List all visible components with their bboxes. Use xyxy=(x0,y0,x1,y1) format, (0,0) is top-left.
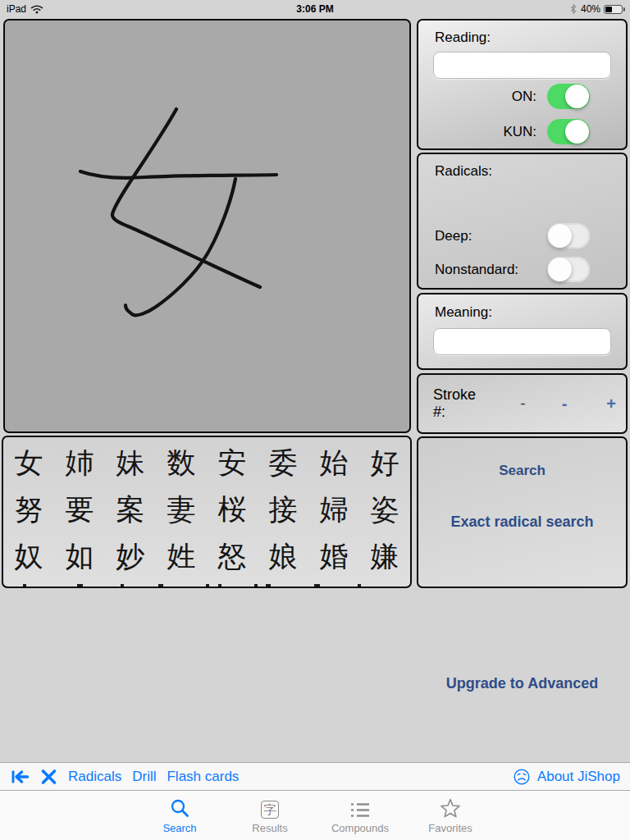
meaning-input[interactable] xyxy=(433,328,611,355)
kanji-row: 奴 如 妙 姓 怒 娘 婚 嫌 xyxy=(3,533,410,580)
tab-bar: Search 字 Results Compounds xyxy=(0,790,630,840)
undo-stroke-icon[interactable] xyxy=(10,769,30,785)
kanji-candidate[interactable]: 女 xyxy=(3,444,54,482)
radicals-link[interactable]: Radicals xyxy=(68,769,121,785)
kanji-candidate[interactable]: 妙 xyxy=(105,537,156,576)
reading-input[interactable] xyxy=(433,52,611,79)
kanji-candidate[interactable]: 娘 xyxy=(258,537,308,576)
kanji-candidate[interactable]: 如 xyxy=(54,537,105,576)
battery-percent: 40% xyxy=(581,3,600,15)
kanji-row: 努 要 案 妻 桜 接 婦 姿 xyxy=(3,486,410,533)
handwritten-kanji-strokes xyxy=(5,21,409,431)
kanji-candidate[interactable]: 婦 xyxy=(308,491,359,529)
kanji-candidate[interactable]: 嫌 xyxy=(359,537,410,576)
kanji-candidate[interactable]: 奴 xyxy=(3,537,54,576)
exact-radical-search-button[interactable]: Exact radical search xyxy=(418,514,626,531)
handwriting-canvas[interactable] xyxy=(3,19,411,433)
kun-toggle-row: KUN: xyxy=(503,119,590,144)
kanji-candidate[interactable]: 姉 xyxy=(54,444,105,482)
about-jishop-button[interactable]: About JiShop xyxy=(513,768,620,786)
radicals-panel: Radicals: Deep: Nonstandard: xyxy=(417,153,628,290)
meaning-label: Meaning: xyxy=(435,304,492,321)
upgrade-to-advanced-button[interactable]: Upgrade to Advanced xyxy=(417,675,628,692)
kun-toggle[interactable] xyxy=(547,119,590,144)
kanji-candidate[interactable]: 姓 xyxy=(156,537,207,576)
kanji-candidate[interactable]: 桜 xyxy=(207,491,258,529)
drill-link[interactable]: Drill xyxy=(132,769,156,785)
radicals-label: Radicals: xyxy=(435,163,492,180)
tab-compounds-label: Compounds xyxy=(331,822,389,834)
compounds-list-icon xyxy=(349,797,371,819)
star-icon xyxy=(440,797,461,819)
reading-panel: Reading: ON: KUN: xyxy=(417,19,628,150)
kanji-candidate[interactable]: 怒 xyxy=(207,537,258,576)
deep-label: Deep: xyxy=(435,228,472,244)
kanji-candidate[interactable]: 妻 xyxy=(156,491,207,529)
kanji-candidate[interactable]: 好 xyxy=(359,444,410,482)
kanji-candidate[interactable]: 妹 xyxy=(105,444,156,482)
on-label: ON: xyxy=(512,89,536,105)
stroke-increment-button[interactable]: + xyxy=(606,395,616,413)
nonstandard-label: Nonstandard: xyxy=(435,262,518,278)
stroke-count-label: Stroke #: xyxy=(433,386,484,421)
tab-results[interactable]: 字 Results xyxy=(225,791,315,840)
clipped-kanji-row xyxy=(3,583,410,587)
tab-search-label: Search xyxy=(162,822,196,834)
tab-results-label: Results xyxy=(252,822,287,834)
tab-favorites-label: Favorites xyxy=(428,822,472,834)
reading-label: Reading: xyxy=(435,30,491,46)
stroke-count-value: - xyxy=(520,395,525,413)
kanji-candidate[interactable]: 努 xyxy=(3,491,54,529)
kun-label: KUN: xyxy=(503,124,536,140)
tab-favorites[interactable]: Favorites xyxy=(405,791,495,840)
stroke-2 xyxy=(80,171,276,178)
meaning-panel: Meaning: xyxy=(417,293,628,370)
results-icon: 字 xyxy=(261,797,279,819)
deep-toggle[interactable] xyxy=(547,223,590,249)
battery-icon xyxy=(604,5,625,14)
clock: 3:06 PM xyxy=(0,0,630,18)
status-bar: iPad 3:06 PM 40% xyxy=(0,0,630,18)
on-toggle-row: ON: xyxy=(512,84,590,109)
kanji-candidate[interactable]: 姿 xyxy=(359,491,410,529)
stroke-count-panel: Stroke #: - - + xyxy=(417,373,628,434)
search-button[interactable]: Search xyxy=(418,463,626,479)
kanji-candidate[interactable]: 接 xyxy=(258,491,308,529)
kanji-candidate-grid: 女 姉 妹 数 安 委 始 好 努 要 案 妻 桜 接 婦 姿 奴 如 妙 姓 … xyxy=(2,436,412,588)
kanji-candidate[interactable]: 安 xyxy=(207,444,258,482)
kanji-candidate[interactable]: 委 xyxy=(258,444,308,482)
nonstandard-toggle[interactable] xyxy=(547,257,590,282)
kanji-row: 女 姉 妹 数 安 委 始 好 xyxy=(3,440,410,486)
clear-canvas-icon[interactable] xyxy=(40,769,57,785)
sad-face-icon xyxy=(513,768,531,786)
tab-search[interactable]: Search xyxy=(135,791,225,840)
bluetooth-icon xyxy=(569,3,578,15)
about-jishop-label: About JiShop xyxy=(537,769,620,785)
flash-cards-link[interactable]: Flash cards xyxy=(167,769,239,785)
on-toggle[interactable] xyxy=(547,84,590,109)
stroke-1 xyxy=(112,109,260,287)
kanji-candidate[interactable]: 婚 xyxy=(308,537,359,576)
stroke-3 xyxy=(126,179,235,315)
stroke-decrement-button[interactable]: - xyxy=(562,395,568,413)
bottom-toolbar: Radicals Drill Flash cards About JiShop xyxy=(0,762,630,790)
search-actions-panel: Search Exact radical search xyxy=(417,436,628,588)
kanji-candidate[interactable]: 数 xyxy=(156,444,207,482)
search-icon xyxy=(170,797,190,819)
tab-compounds[interactable]: Compounds xyxy=(315,791,405,840)
kanji-candidate[interactable]: 始 xyxy=(308,444,359,482)
kanji-candidate[interactable]: 要 xyxy=(54,491,105,529)
kanji-candidate[interactable]: 案 xyxy=(105,491,156,529)
